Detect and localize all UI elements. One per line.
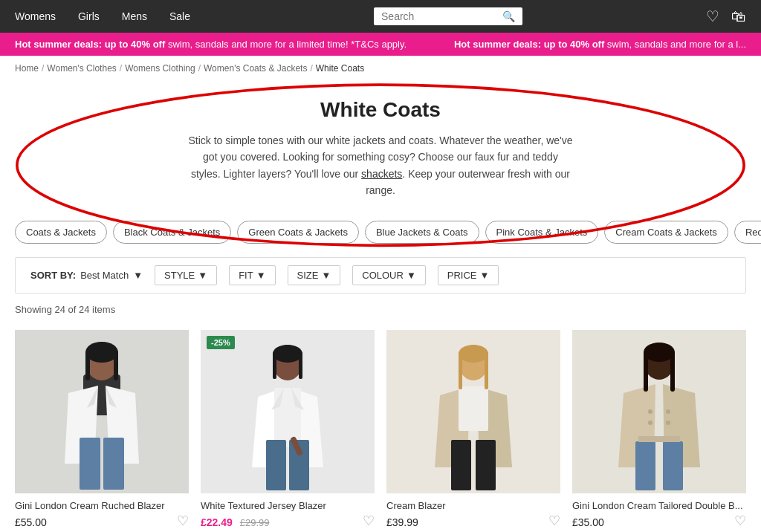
svg-point-10 <box>85 342 118 363</box>
product-name-1: Gini London Cream Ruched Blazer <box>15 500 165 511</box>
style-label: STYLE <box>164 270 195 281</box>
sort-value: Best Match <box>80 270 129 281</box>
svg-point-39 <box>648 409 652 414</box>
svg-rect-8 <box>103 438 124 490</box>
nav-mens[interactable]: Mens <box>122 10 147 22</box>
wishlist-icon[interactable]: ♡ <box>706 7 719 25</box>
bag-icon[interactable]: 🛍 <box>731 8 746 25</box>
colour-filter[interactable]: COLOUR ▼ <box>352 265 426 285</box>
pill-black-coats[interactable]: Black Coats & Jackets <box>113 221 231 244</box>
svg-rect-34 <box>459 352 462 389</box>
breadcrumb-coats-jackets[interactable]: Women's Coats & Jackets <box>204 63 307 74</box>
search-icon[interactable]: 🔍 <box>502 10 515 22</box>
pill-green-coats[interactable]: Green Coats & Jackets <box>237 221 359 244</box>
wishlist-icon-4[interactable]: ♡ <box>734 513 746 529</box>
product-original-price-2: £29.99 <box>240 517 270 528</box>
wishlist-icon-2[interactable]: ♡ <box>363 513 375 529</box>
colour-chevron-icon: ▼ <box>407 270 416 281</box>
colour-label: COLOUR <box>362 270 404 281</box>
product-price-1: £55.00 <box>15 516 47 528</box>
wishlist-icon-1[interactable]: ♡ <box>177 513 189 529</box>
results-count: Showing 24 of 24 items <box>0 301 761 322</box>
svg-rect-30 <box>451 440 471 490</box>
product-card-2: -25% <box>201 330 375 532</box>
breadcrumb: Home / Women's Clothes / Womens Clothing… <box>0 56 761 81</box>
svg-point-40 <box>648 421 652 425</box>
svg-rect-16 <box>274 388 301 447</box>
hero-annotation-wrapper: White Coats Stick to simple tones with o… <box>0 81 761 250</box>
product-price-2: £22.49 £29.99 <box>201 516 269 528</box>
svg-rect-24 <box>299 352 302 379</box>
hero-section: White Coats Stick to simple tones with o… <box>0 81 761 209</box>
product-image-2[interactable]: -25% <box>201 330 375 493</box>
product-info-3: Cream Blazer £39.99 ♡ <box>386 493 560 532</box>
product-card-4: Gini London Cream Tailored Double B... £… <box>572 330 746 532</box>
product-card-3: Cream Blazer £39.99 ♡ <box>386 330 560 532</box>
promo-text-left: Hot summer deals: up to 40% off swim, sa… <box>15 39 407 50</box>
search-bar[interactable]: 🔍 <box>374 7 522 25</box>
hero-description: Stick to simple tones with our white jac… <box>187 132 574 199</box>
nav-womens[interactable]: Womens <box>15 10 56 22</box>
price-filter[interactable]: PRICE ▼ <box>438 265 499 285</box>
svg-rect-43 <box>635 441 655 490</box>
nav-icons: ♡ 🛍 <box>706 7 746 25</box>
product-price-4: £35.00 <box>572 516 604 528</box>
svg-rect-29 <box>459 386 488 431</box>
pill-blue-jackets[interactable]: Blue Jackets & Coats <box>365 221 479 244</box>
product-grid: Gini London Cream Ruched Blazer £55.00 ♡… <box>0 322 761 532</box>
svg-rect-49 <box>638 436 680 442</box>
product-info-1: Gini London Cream Ruched Blazer £55.00 ♡ <box>15 493 189 532</box>
discount-badge-2: -25% <box>207 336 235 349</box>
price-chevron-icon: ▼ <box>480 270 490 281</box>
svg-point-22 <box>273 345 302 363</box>
breadcrumb-home[interactable]: Home <box>15 63 39 74</box>
sort-by[interactable]: SORT BY: Best Match ▼ <box>30 270 143 281</box>
product-name-2: White Textured Jersey Blazer <box>201 500 326 511</box>
svg-rect-7 <box>80 438 100 490</box>
style-filter[interactable]: STYLE ▼ <box>155 265 217 285</box>
product-card-1: Gini London Cream Ruched Blazer £55.00 ♡ <box>15 330 189 532</box>
breadcrumb-current: White Coats <box>316 63 364 74</box>
style-chevron-icon: ▼ <box>198 270 207 281</box>
svg-rect-11 <box>85 351 90 380</box>
fit-filter[interactable]: FIT ▼ <box>229 265 275 285</box>
size-filter[interactable]: SIZE ▼ <box>288 265 341 285</box>
filter-bar: SORT BY: Best Match ▼ STYLE ▼ FIT ▼ SIZE… <box>15 257 746 293</box>
search-input[interactable] <box>381 10 498 22</box>
size-chevron-icon: ▼ <box>321 270 331 281</box>
top-nav: Womens Girls Mens Sale 🔍 ♡ 🛍 <box>0 0 761 33</box>
sort-label: SORT BY: <box>30 270 76 281</box>
svg-point-41 <box>666 409 670 414</box>
page-title: White Coats <box>47 98 714 122</box>
product-image-3[interactable] <box>386 330 560 493</box>
breadcrumb-womens-clothing[interactable]: Womens Clothing <box>125 63 195 74</box>
shackets-link[interactable]: shackets <box>361 168 402 180</box>
fit-chevron-icon: ▼ <box>256 270 266 281</box>
promo-text-right: Hot summer deals: up to 40% off swim, sa… <box>454 39 746 50</box>
svg-rect-19 <box>266 440 286 490</box>
promo-banner: Hot summer deals: up to 40% off swim, sa… <box>0 33 761 56</box>
product-image-4[interactable] <box>572 330 746 493</box>
nav-links: Womens Girls Mens Sale <box>15 10 190 22</box>
product-image-1[interactable] <box>15 330 189 493</box>
svg-rect-44 <box>663 441 683 490</box>
wishlist-icon-3[interactable]: ♡ <box>548 513 560 529</box>
breadcrumb-womens-clothes[interactable]: Women's Clothes <box>47 63 116 74</box>
pill-cream-coats[interactable]: Cream Coats & Jackets <box>604 221 728 244</box>
svg-rect-35 <box>485 352 488 389</box>
pill-coats-jackets[interactable]: Coats & Jackets <box>15 221 107 244</box>
product-name-3: Cream Blazer <box>386 500 445 511</box>
category-pills: Coats & Jackets Black Coats & Jackets Gr… <box>0 209 761 250</box>
nav-girls[interactable]: Girls <box>78 10 100 22</box>
svg-rect-31 <box>476 440 496 490</box>
svg-rect-47 <box>644 351 648 392</box>
product-info-4: Gini London Cream Tailored Double B... £… <box>572 493 746 532</box>
svg-rect-12 <box>114 351 118 380</box>
price-label: PRICE <box>447 270 477 281</box>
pill-red-burgundy[interactable]: Red & Burgun… <box>734 221 761 244</box>
svg-point-42 <box>666 421 670 425</box>
nav-sale[interactable]: Sale <box>169 10 190 22</box>
product-info-2: White Textured Jersey Blazer £22.49 £29.… <box>201 493 375 532</box>
svg-rect-48 <box>670 351 675 392</box>
pill-pink-coats[interactable]: Pink Coats & Jackets <box>485 221 599 244</box>
